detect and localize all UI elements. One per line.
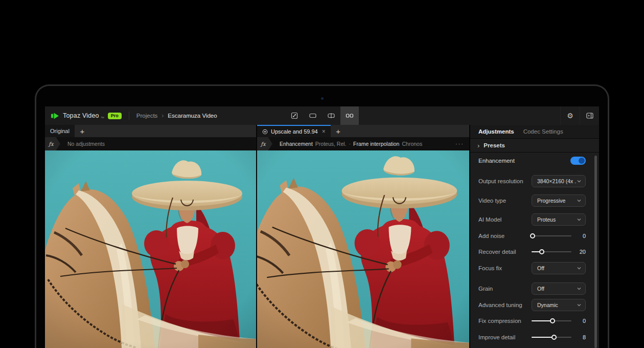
trademark: ™: [101, 116, 104, 120]
panel-tabs: Adjustments Codec Settings: [470, 125, 599, 139]
upscaled-tabstrip: Upscale and 59.94 × +: [257, 125, 469, 137]
topaz-play-icon: [51, 113, 59, 119]
enhancement-toggle[interactable]: [570, 157, 586, 165]
slider-thumb[interactable]: [551, 335, 557, 340]
export-panel-toggle-button[interactable]: [580, 106, 599, 125]
settings-button[interactable]: ⚙: [560, 106, 580, 125]
slider-fill: [532, 337, 554, 338]
chevron-down-icon: [577, 217, 582, 222]
breadcrumb: Projects › Escaramuza Video: [136, 112, 217, 119]
improve-detail-slider[interactable]: [532, 331, 571, 343]
upscaled-frame-art: [257, 150, 469, 348]
single-view-button[interactable]: [304, 106, 322, 125]
video-type-dropdown[interactable]: Progressive: [532, 194, 586, 207]
dropdown-value: 3840×2160 (4x ...: [537, 178, 577, 184]
row-label: Video type: [478, 198, 532, 204]
breadcrumb-projects[interactable]: Projects: [136, 113, 158, 119]
grain-row: Grain Off: [478, 282, 586, 295]
view-mode-switcher: [285, 106, 359, 125]
enhancement-filter-value: Proteus, Rel.: [315, 141, 347, 147]
topbar-right-actions: ⚙: [560, 106, 599, 125]
upscaled-pane: Upscale and 59.94 × + ƒx Enhancement: [257, 125, 469, 348]
chevron-down-icon: [577, 286, 582, 291]
fix-compression-row: Fix compression 0: [478, 315, 586, 327]
slider-value: 0: [571, 318, 586, 324]
split-view-icon: [327, 112, 335, 120]
focus-fix-dropdown[interactable]: Off: [532, 262, 586, 274]
slider-thumb[interactable]: [550, 318, 555, 323]
panel-body: Enhancement Output resolution 3840×2160 …: [470, 153, 599, 348]
row-label: AI Model: [478, 216, 532, 223]
row-label: Improve detail: [478, 334, 532, 340]
tab-upscale[interactable]: Upscale and 59.94 ×: [257, 125, 331, 137]
fix-compression-slider[interactable]: [532, 315, 571, 327]
ai-model-dropdown[interactable]: Proteus: [532, 213, 586, 226]
fx-icon: ƒx: [261, 141, 265, 147]
row-label: Grain: [478, 286, 532, 292]
slider-value: 0: [571, 233, 586, 239]
improve-detail-row: Improve detail 8: [478, 331, 586, 343]
topaz-video-app: Topaz Video ™ Pro Projects › Escaramuza …: [45, 106, 599, 348]
app-title: Topaz Video: [63, 112, 99, 119]
row-label: Add noise: [478, 233, 532, 239]
tab-original-label: Original: [50, 128, 70, 134]
output-resolution-row: Output resolution 3840×2160 (4x ...: [478, 175, 586, 187]
recover-detail-slider[interactable]: [532, 246, 571, 258]
add-tab-button-right[interactable]: +: [331, 125, 346, 137]
tab-codec-settings[interactable]: Codec Settings: [523, 128, 563, 135]
presets-label: Presets: [484, 142, 505, 148]
dot-separator: ·: [349, 141, 351, 147]
slider-thumb[interactable]: [539, 249, 544, 254]
fit-view-icon: [290, 112, 298, 120]
no-adjustments-label: No adjustments: [67, 141, 105, 147]
interpolation-filter-value: Chronos: [402, 141, 422, 147]
webcam-dot: [321, 97, 324, 100]
slider-value: 8: [571, 334, 586, 340]
video-preview-original[interactable]: [45, 150, 256, 348]
presets-row[interactable]: › Presets: [470, 139, 599, 153]
add-noise-row: Add noise 0: [478, 230, 586, 242]
tab-adjustments[interactable]: Adjustments: [478, 128, 514, 135]
row-label: Output resolution: [478, 178, 532, 184]
chevron-down-icon: [577, 179, 582, 184]
toggle-knob: [579, 158, 585, 164]
breadcrumb-current-project: Escaramuza Video: [168, 113, 217, 119]
chevron-down-icon: [577, 266, 582, 271]
split-view-button[interactable]: [322, 106, 340, 125]
side-by-side-view-icon: [346, 112, 354, 120]
video-preview-upscaled[interactable]: [257, 150, 469, 348]
fx-badge: ƒx: [257, 137, 272, 150]
side-by-side-view-button[interactable]: [340, 106, 359, 125]
video-type-row: Video type Progressive: [478, 194, 586, 207]
slider-fill: [532, 320, 553, 321]
ai-model-row: AI Model Proteus: [478, 213, 586, 226]
interpolation-filter-label: Frame interpolation: [353, 141, 399, 147]
output-resolution-dropdown[interactable]: 3840×2160 (4x ...: [532, 175, 586, 187]
add-noise-slider[interactable]: [532, 230, 571, 242]
enhancement-row: Enhancement: [478, 155, 586, 167]
close-tab-icon[interactable]: ×: [322, 128, 326, 135]
fit-view-button[interactable]: [285, 106, 304, 125]
tab-upscale-label: Upscale and 59.94: [271, 128, 318, 135]
original-frame-art: [45, 150, 256, 348]
laptop-frame: Topaz Video ™ Pro Projects › Escaramuza …: [35, 84, 609, 348]
panel-scrollbar[interactable]: [594, 156, 597, 348]
adjustments-panel: Adjustments Codec Settings › Presets Enh…: [470, 125, 599, 348]
tab-original[interactable]: Original: [45, 125, 75, 137]
grain-dropdown[interactable]: Off: [532, 282, 586, 295]
advanced-tuning-dropdown[interactable]: Dynamic: [532, 299, 586, 311]
slider-thumb[interactable]: [530, 233, 535, 238]
chevron-down-icon: [577, 302, 582, 308]
more-options-icon[interactable]: ···: [455, 141, 464, 147]
dropdown-value: Off: [537, 286, 577, 292]
gear-icon: ⚙: [567, 112, 573, 119]
add-tab-button-left[interactable]: +: [75, 125, 90, 137]
advanced-tuning-row: Advanced tuning Dynamic: [478, 299, 586, 311]
comparison-viewer: Original + ƒx No adjustments: [45, 125, 469, 348]
panel-toggle-icon: [586, 112, 594, 120]
pro-badge: Pro: [108, 113, 122, 119]
chevron-right-icon: ›: [477, 142, 479, 149]
fx-badge: ƒx: [45, 137, 60, 150]
top-bar: Topaz Video ™ Pro Projects › Escaramuza …: [45, 106, 599, 125]
row-label: Fix compression: [478, 318, 532, 324]
